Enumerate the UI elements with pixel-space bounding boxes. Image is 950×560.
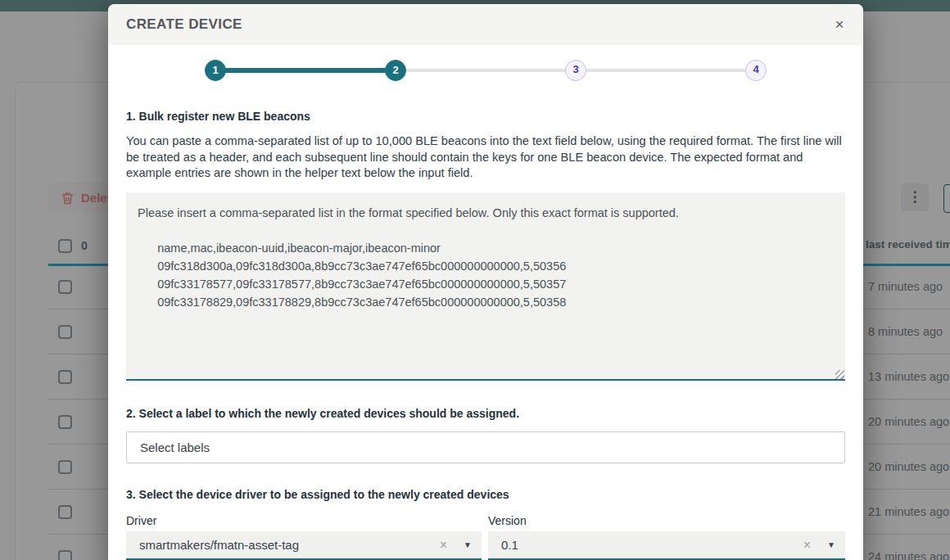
section1-description: You can paste a comma-separated list of … (126, 133, 847, 182)
section3-heading: 3. Select the device driver to be assign… (126, 488, 509, 501)
clear-icon[interactable]: × (440, 538, 447, 553)
version-field-label: Version (488, 514, 527, 527)
chevron-down-icon[interactable]: ▼ (464, 540, 472, 549)
driver-select[interactable]: smartmakers/fmatn-asset-tag × ▼ (126, 531, 482, 560)
stepper-step-2[interactable]: 2 (385, 60, 406, 81)
clear-icon[interactable]: × (803, 538, 811, 553)
section2-heading: 2. Select a label to which the newly cre… (126, 407, 519, 420)
section1-heading: 1. Bulk register new BLE beacons (126, 110, 310, 123)
version-select-value: 0.1 (501, 538, 803, 552)
stepper-step-4[interactable]: 4 (745, 60, 767, 81)
select-labels-input[interactable]: Select labels (126, 431, 845, 463)
modal-title: CREATE DEVICE (126, 16, 242, 33)
stepper-connector (396, 69, 576, 72)
stepper-connector (215, 68, 396, 73)
close-icon: × (835, 16, 844, 33)
modal-header: CREATE DEVICE × (108, 4, 863, 45)
stepper-connector (576, 69, 756, 72)
driver-field-label: Driver (126, 514, 156, 527)
create-device-modal: CREATE DEVICE × 1 2 3 4 1. Bulk register… (108, 4, 863, 560)
bulk-beacons-textarea[interactable]: Please insert a comma-separated list in … (126, 192, 845, 381)
close-button[interactable]: × (827, 12, 852, 37)
stepper-step-3[interactable]: 3 (565, 60, 586, 81)
resize-handle-icon[interactable] (835, 370, 844, 379)
driver-select-value: smartmakers/fmatn-asset-tag (139, 538, 440, 552)
version-select[interactable]: 0.1 × ▼ (488, 531, 845, 560)
chevron-down-icon[interactable]: ▼ (827, 540, 835, 549)
stepper-step-1[interactable]: 1 (205, 60, 226, 81)
